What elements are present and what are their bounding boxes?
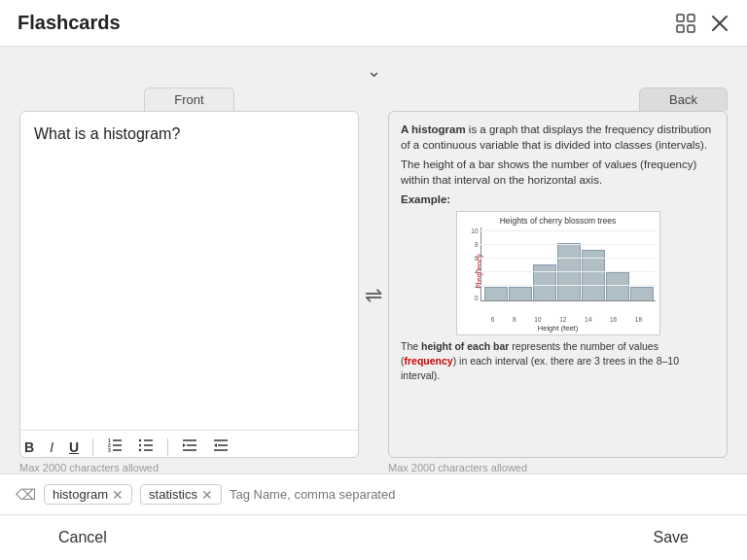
- svg-text:3: 3: [108, 447, 111, 452]
- front-toolbar: B I U 123: [20, 430, 358, 457]
- bold-button[interactable]: B: [20, 438, 38, 457]
- front-card-inner: What is a histogram?: [20, 112, 358, 424]
- back-label: Back: [639, 88, 728, 111]
- front-col: Front What is a histogram? B I U 123: [19, 88, 359, 473]
- svg-rect-0: [677, 15, 684, 21]
- bullet-list-button[interactable]: [134, 437, 158, 457]
- chart-title: Heights of cherry blossom trees: [461, 216, 656, 226]
- svg-marker-25: [214, 443, 217, 447]
- x-labels: 681012141618: [461, 316, 656, 323]
- italic-button[interactable]: I: [46, 438, 57, 457]
- example-label: Example:: [401, 192, 715, 207]
- tag-histogram-remove[interactable]: ✕: [112, 488, 124, 502]
- back-card-inner: A histogram is a graph that displays the…: [389, 112, 727, 457]
- back-char-limit: Max 2000 characters allowed: [388, 462, 728, 473]
- bar-4: [557, 243, 581, 302]
- svg-point-17: [139, 449, 141, 451]
- swap-button[interactable]: ⇌: [359, 283, 388, 308]
- tag-statistics-label: statistics: [149, 487, 197, 502]
- back-para2: The height of a bar shows the number of …: [401, 157, 715, 188]
- cards-row: Front What is a histogram? B I U 123: [19, 88, 728, 473]
- titlebar-actions: [675, 13, 729, 34]
- save-button[interactable]: Save: [654, 529, 689, 546]
- main-content: ⌄ Front What is a histogram? B I U 123: [0, 47, 747, 473]
- grid-icon[interactable]: [675, 13, 696, 34]
- cancel-button[interactable]: Cancel: [58, 529, 107, 546]
- svg-point-16: [139, 444, 141, 446]
- collapse-button[interactable]: ⌄: [367, 60, 381, 82]
- front-card-box: What is a histogram? B I U 123: [19, 111, 359, 458]
- front-label: Front: [144, 88, 233, 111]
- tag-statistics-remove[interactable]: ✕: [201, 488, 213, 502]
- app-title: Flashcards: [18, 12, 121, 34]
- underline-button[interactable]: U: [65, 438, 83, 457]
- tag-icon: ⌫: [16, 486, 36, 504]
- indent-increase-button[interactable]: [209, 437, 232, 457]
- bars-container: [482, 228, 656, 301]
- svg-marker-21: [183, 443, 186, 447]
- collapse-row: ⌄: [19, 56, 728, 88]
- bar-5: [582, 250, 605, 301]
- ordered-list-button[interactable]: 123: [103, 437, 126, 457]
- back-para1: A histogram is a graph that displays the…: [401, 122, 715, 153]
- y-axis-label: Frequency: [475, 255, 483, 289]
- bar-7: [630, 287, 654, 301]
- tag-input[interactable]: [230, 487, 731, 502]
- front-char-limit: Max 2000 characters allowed: [19, 462, 359, 473]
- svg-rect-3: [688, 25, 694, 32]
- x-axis-title: Height (feet): [461, 324, 656, 332]
- indent-decrease-button[interactable]: [178, 437, 201, 457]
- tag-histogram-label: histogram: [53, 487, 108, 502]
- bar-2: [509, 287, 532, 301]
- bar-6: [606, 272, 629, 301]
- tag-statistics: statistics ✕: [140, 484, 222, 505]
- tags-row: ⌫ histogram ✕ statistics ✕: [0, 473, 747, 515]
- front-question: What is a histogram?: [34, 125, 344, 143]
- toolbar-separator-2: [167, 438, 168, 456]
- toolbar-separator-1: [92, 438, 93, 456]
- back-col: Back A histogram is a graph that display…: [388, 88, 728, 473]
- titlebar: Flashcards: [0, 0, 747, 47]
- tag-histogram: histogram ✕: [44, 484, 132, 505]
- y-axis-line: [480, 228, 481, 301]
- footer-bar: Cancel Save: [0, 515, 747, 560]
- back-card-box: A histogram is a graph that displays the…: [388, 111, 728, 458]
- bar-3: [533, 264, 556, 301]
- back-footer: The height of each bar represents the nu…: [401, 339, 715, 382]
- svg-rect-2: [677, 25, 684, 32]
- x-axis-line: [480, 300, 656, 301]
- svg-point-15: [139, 439, 141, 441]
- close-icon[interactable]: [710, 14, 729, 33]
- svg-rect-1: [688, 15, 694, 21]
- back-content: A histogram is a graph that displays the…: [401, 122, 715, 387]
- bar-1: [484, 287, 508, 301]
